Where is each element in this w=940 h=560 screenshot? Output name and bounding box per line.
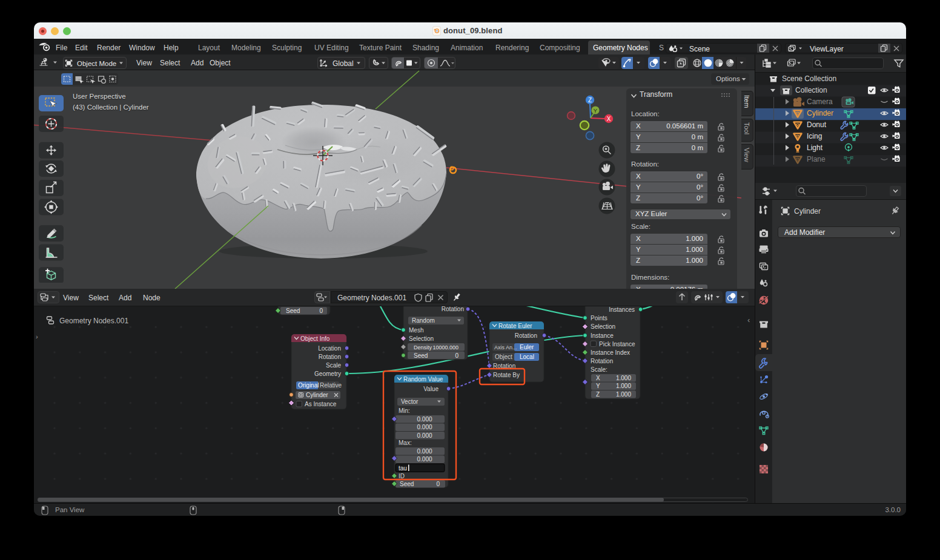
svg-text:Camera: Camera — [807, 97, 833, 106]
svg-text:Cylinder: Cylinder — [306, 392, 328, 398]
svg-text:Axis An...: Axis An... — [494, 344, 517, 351]
svg-text:Selection: Selection — [409, 335, 434, 342]
svg-text:Points: Points — [591, 315, 607, 321]
svg-text:Rotation: Rotation — [442, 306, 464, 312]
svg-text:X: X — [607, 116, 611, 122]
svg-text:1.000: 1.000 — [616, 375, 631, 381]
svg-text:X: X — [596, 375, 600, 381]
svg-text:0.000: 0.000 — [417, 448, 432, 455]
svg-text:0.000: 0.000 — [417, 456, 432, 463]
svg-text:Value: Value — [423, 386, 439, 392]
svg-text:Donut: Donut — [807, 120, 827, 129]
svg-text:1.000: 1.000 — [616, 391, 631, 398]
svg-text:Scale:: Scale: — [591, 366, 607, 373]
svg-text:Rotate Euler: Rotate Euler — [498, 323, 532, 329]
svg-text:Plane: Plane — [807, 155, 826, 163]
svg-text:Local: Local — [520, 354, 534, 360]
svg-text:Pick Instance: Pick Instance — [599, 341, 635, 348]
svg-text:Rotation: Rotation — [515, 332, 537, 339]
svg-text:Max:: Max: — [399, 440, 412, 446]
svg-text:Z: Z — [588, 97, 592, 104]
svg-text:Object Info: Object Info — [300, 335, 330, 342]
svg-text:Y: Y — [596, 383, 600, 389]
svg-text:Location: Location — [318, 345, 341, 352]
svg-text:Selection: Selection — [591, 323, 615, 330]
svg-text:Rotate By: Rotate By — [493, 372, 520, 378]
svg-text:Euler: Euler — [520, 344, 534, 351]
svg-text:Instance Index: Instance Index — [591, 349, 630, 356]
svg-text:Instances: Instances — [609, 306, 635, 313]
svg-text:ID: ID — [399, 473, 405, 479]
svg-text:0.000: 0.000 — [417, 432, 432, 439]
svg-text:Scene Collection: Scene Collection — [782, 74, 836, 83]
svg-text:Rotation: Rotation — [591, 358, 613, 364]
svg-text:Vector: Vector — [401, 398, 419, 405]
svg-text:Seed: Seed — [286, 308, 300, 314]
svg-text:Random: Random — [412, 317, 435, 324]
svg-text:10000.000: 10000.000 — [432, 344, 458, 351]
svg-text:0.000: 0.000 — [417, 416, 432, 423]
svg-text:Seed: Seed — [414, 352, 428, 359]
svg-text:Original: Original — [298, 382, 319, 389]
svg-text:Min:: Min: — [399, 407, 410, 414]
svg-text:Relative: Relative — [320, 382, 342, 389]
svg-text:Density: Density — [414, 344, 432, 351]
svg-text:Cylinder: Cylinder — [807, 109, 833, 117]
svg-text:Geometry: Geometry — [314, 371, 341, 377]
svg-text:As Instance: As Instance — [305, 401, 337, 407]
svg-text:0: 0 — [436, 481, 440, 487]
svg-text:Seed: Seed — [400, 481, 414, 487]
svg-text:tau: tau — [399, 465, 407, 472]
svg-text:Object: Object — [495, 354, 512, 360]
svg-text:1.000: 1.000 — [616, 383, 631, 389]
svg-text:0: 0 — [319, 308, 323, 314]
svg-text:Mesh: Mesh — [409, 327, 423, 334]
svg-text:Z: Z — [596, 391, 600, 398]
svg-text:0.000: 0.000 — [417, 424, 432, 430]
svg-text:Y: Y — [594, 107, 598, 114]
svg-text:Collection: Collection — [795, 86, 827, 94]
svg-text:Rotation: Rotation — [319, 354, 341, 360]
svg-text:Scale: Scale — [326, 362, 341, 369]
svg-text:Icing: Icing — [807, 132, 822, 140]
svg-text:0: 0 — [455, 352, 458, 359]
svg-text:Instance: Instance — [591, 332, 614, 339]
svg-text:Light: Light — [807, 143, 823, 152]
svg-text:Random Value: Random Value — [403, 376, 443, 383]
